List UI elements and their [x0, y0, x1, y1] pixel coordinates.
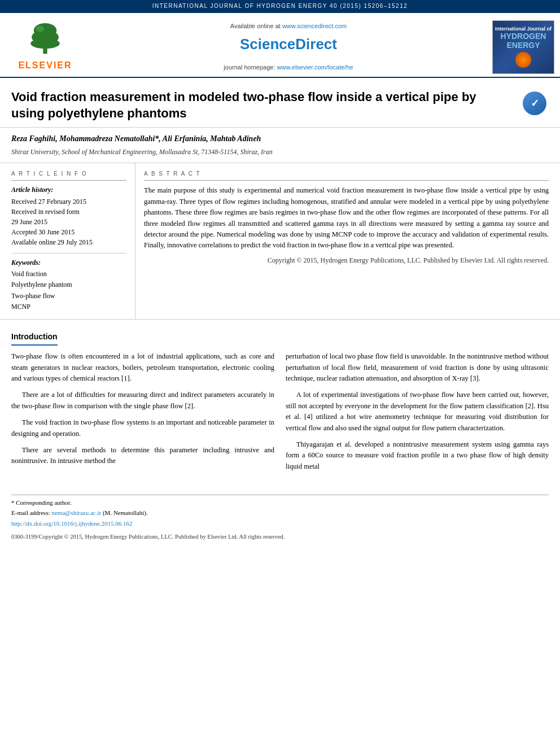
email-footnote: E-mail address: nema@shirazu.ac.ir (M. N…	[11, 509, 549, 517]
article-info-abstract: A R T I C L E I N F O Article history: R…	[0, 163, 560, 320]
elsevier-brand: ELSEVIER	[18, 59, 72, 72]
keyword-4: MCNP	[11, 302, 126, 312]
header-center: Available online at www.sciencedirect.co…	[90, 18, 487, 77]
sciencedirect-logo: ScienceDirect	[240, 34, 337, 55]
elsevier-logo: ELSEVIER	[11, 21, 79, 72]
intro-para-7: Thiyagarajan et al. developed a nonintru…	[286, 439, 549, 472]
article-title-section: Void fraction measurement in modeled two…	[0, 78, 560, 128]
received-date: Received 27 February 2015	[11, 196, 126, 207]
authors-list: Reza Faghihi, Mohammadreza Nematollahi*,…	[11, 133, 549, 145]
journal-title: International Journal of Hydrogen Energy…	[152, 3, 408, 9]
journal-cover: International Journal of HYDROGENENERGY	[492, 20, 554, 74]
keyword-3: Two-phase flow	[11, 291, 126, 302]
journal-cover-area: International Journal of HYDROGENENERGY	[487, 18, 560, 77]
abstract-section: A B S T R A C T The main purpose of this…	[135, 163, 549, 319]
article-info-heading: A R T I C L E I N F O	[11, 170, 126, 181]
svg-point-3	[30, 38, 60, 48]
footnote-section: * Corresponding author. E-mail address: …	[11, 495, 549, 541]
copyright-text: Copyright © 2015, Hydrogen Energy Public…	[144, 256, 549, 265]
affiliation: Shiraz University, School of Mechanical …	[11, 147, 549, 157]
article-title-text: Void fraction measurement in modeled two…	[11, 89, 512, 121]
elsevier-tree-icon	[23, 23, 68, 56]
body-two-col: Two-phase flow is often encountered in a…	[11, 351, 549, 478]
keyword-2: Polyethylene phantom	[11, 279, 126, 290]
available-online-text: Available online at www.sciencedirect.co…	[230, 22, 347, 31]
intro-para-5: perturbation of local two phase flow fie…	[286, 351, 549, 384]
intro-para-4: There are several methods to determine t…	[11, 445, 274, 467]
keyword-1: Void fraction	[11, 269, 126, 279]
body-left-col: Two-phase flow is often encountered in a…	[11, 351, 274, 478]
elsevier-logo-area: ELSEVIER	[0, 18, 90, 77]
header-section: ELSEVIER Available online at www.science…	[0, 13, 560, 78]
body-content: Introduction Two-phase flow is often enc…	[0, 320, 560, 552]
article-info: A R T I C L E I N F O Article history: R…	[11, 163, 135, 319]
intro-para-2: There are a lot of difficulties for meas…	[11, 390, 274, 412]
authors-section: Reza Faghihi, Mohammadreza Nematollahi*,…	[0, 128, 560, 163]
intro-para-1: Two-phase flow is often encountered in a…	[11, 351, 274, 384]
journal-homepage-text: journal homepage: www.elsevier.com/locat…	[224, 63, 353, 72]
cover-decoration	[515, 52, 531, 68]
online-date: Available online 29 July 2015	[11, 237, 126, 247]
crossmark-icon: ✓	[523, 91, 546, 115]
introduction-heading-wrapper: Introduction	[11, 331, 549, 351]
article-history-label: Article history:	[11, 185, 126, 195]
accepted-date: Accepted 30 June 2015	[11, 227, 126, 237]
abstract-text: The main purpose of this study is experi…	[144, 185, 549, 251]
journal-header-bar: International Journal of Hydrogen Energy…	[0, 0, 560, 13]
doi-link[interactable]: http://dx.doi.org/10.1016/j.ijhydene.201…	[11, 520, 133, 527]
intro-para-3: The void fraction in two-phase flow syst…	[11, 417, 274, 439]
cover-subtitle: HYDROGENENERGY	[501, 32, 546, 50]
sciencedirect-link[interactable]: www.sciencedirect.com	[282, 23, 347, 29]
intro-para-6: A lot of experimental investigations of …	[286, 390, 549, 434]
journal-homepage-link[interactable]: www.elsevier.com/locate/he	[277, 64, 353, 71]
corresponding-author: * Corresponding author.	[11, 499, 549, 507]
footer-copyright: 0360-3199/Copyright © 2015, Hydrogen Ene…	[11, 532, 549, 541]
doi-link-item: http://dx.doi.org/10.1016/j.ijhydene.201…	[11, 519, 549, 528]
introduction-heading: Introduction	[11, 331, 58, 346]
email-link[interactable]: nema@shirazu.ac.ir	[51, 509, 101, 516]
article-title: Void fraction measurement in modeled two…	[11, 89, 512, 121]
svg-point-4	[36, 25, 44, 32]
body-right-col: perturbation of local two phase flow fie…	[286, 351, 549, 478]
abstract-heading: A B S T R A C T	[144, 170, 549, 181]
revised-label: Received in revised form	[11, 207, 126, 217]
keywords-label: Keywords:	[11, 253, 126, 268]
crossmark-badge[interactable]: ✓	[520, 89, 549, 117]
revised-date: 29 June 2015	[11, 217, 126, 227]
